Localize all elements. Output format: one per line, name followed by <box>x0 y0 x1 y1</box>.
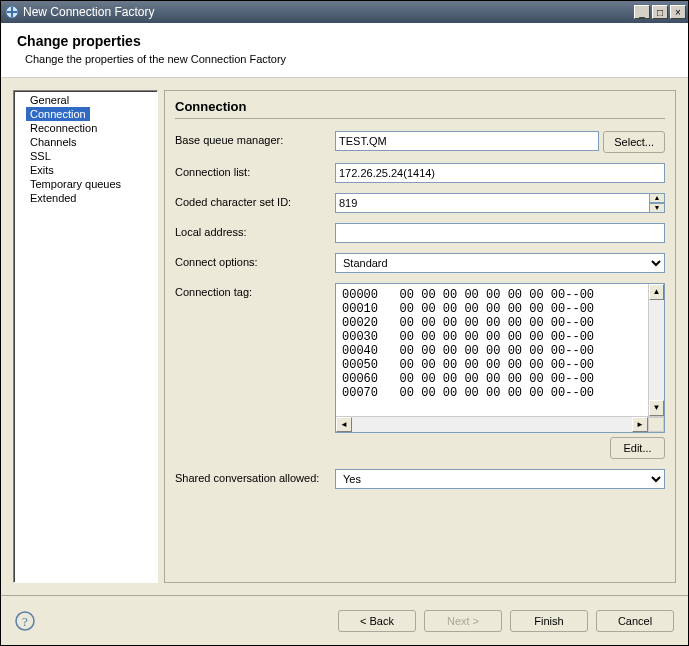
nav-item-exits[interactable]: Exits <box>14 163 157 177</box>
scroll-up-icon[interactable]: ▲ <box>649 284 664 300</box>
base-queue-manager-input[interactable] <box>335 131 599 151</box>
shared-conversation-label: Shared conversation allowed: <box>175 469 335 484</box>
connection-tag-label: Connection tag: <box>175 283 335 298</box>
svg-text:?: ? <box>22 614 28 629</box>
scroll-corner <box>648 417 664 432</box>
shared-conversation-select[interactable]: Yes <box>335 469 665 489</box>
connection-tag-hex-view: 00000 00 00 00 00 00 00 00 00--00 00010 … <box>335 283 665 433</box>
connection-list-label: Connection list: <box>175 163 335 178</box>
page-header: Change properties Change the properties … <box>1 23 688 78</box>
connect-options-label: Connect options: <box>175 253 335 268</box>
ccsid-input[interactable] <box>335 193 649 213</box>
scroll-right-icon[interactable]: ► <box>632 417 648 432</box>
connection-list-input[interactable] <box>335 163 665 183</box>
base-queue-manager-label: Base queue manager: <box>175 131 335 146</box>
nav-item-general[interactable]: General <box>14 93 157 107</box>
page-title: Change properties <box>17 33 672 49</box>
next-button: Next > <box>424 610 502 632</box>
dialog-body: General Connection Reconnection Channels… <box>1 78 688 595</box>
content-panel: Connection Base queue manager: Select...… <box>164 90 676 583</box>
hex-vertical-scrollbar[interactable]: ▲ ▼ <box>648 284 664 416</box>
title-bar: New Connection Factory _ □ × <box>1 1 688 23</box>
select-queue-manager-button[interactable]: Select... <box>603 131 665 153</box>
back-button[interactable]: < Back <box>338 610 416 632</box>
minimize-button[interactable]: _ <box>634 5 650 19</box>
nav-item-channels[interactable]: Channels <box>14 135 157 149</box>
nav-panel: General Connection Reconnection Channels… <box>13 90 158 583</box>
scroll-left-icon[interactable]: ◄ <box>336 417 352 432</box>
nav-item-temporary-queues[interactable]: Temporary queues <box>14 177 157 191</box>
window-title: New Connection Factory <box>23 5 154 19</box>
close-button[interactable]: × <box>670 5 686 19</box>
cancel-button[interactable]: Cancel <box>596 610 674 632</box>
hex-horizontal-scrollbar[interactable]: ◄ ► <box>336 416 664 432</box>
ccsid-up-button[interactable]: ▲ <box>649 193 665 203</box>
finish-button[interactable]: Finish <box>510 610 588 632</box>
connect-options-select[interactable]: Standard <box>335 253 665 273</box>
svg-rect-2 <box>7 11 17 13</box>
ccsid-down-button[interactable]: ▼ <box>649 203 665 213</box>
dialog-footer: ? < Back Next > Finish Cancel <box>1 595 688 645</box>
section-title: Connection <box>175 99 665 119</box>
local-address-input[interactable] <box>335 223 665 243</box>
edit-connection-tag-button[interactable]: Edit... <box>610 437 665 459</box>
connection-tag-hex-content[interactable]: 00000 00 00 00 00 00 00 00 00--00 00010 … <box>336 284 648 416</box>
ccsid-label: Coded character set ID: <box>175 193 335 208</box>
nav-item-ssl[interactable]: SSL <box>14 149 157 163</box>
nav-item-connection[interactable]: Connection <box>26 107 90 121</box>
help-icon[interactable]: ? <box>15 611 35 631</box>
nav-item-reconnection[interactable]: Reconnection <box>14 121 157 135</box>
maximize-button[interactable]: □ <box>652 5 668 19</box>
nav-item-extended[interactable]: Extended <box>14 191 157 205</box>
scroll-down-icon[interactable]: ▼ <box>649 400 664 416</box>
app-icon <box>5 5 19 19</box>
local-address-label: Local address: <box>175 223 335 238</box>
page-subtitle: Change the properties of the new Connect… <box>25 53 672 65</box>
